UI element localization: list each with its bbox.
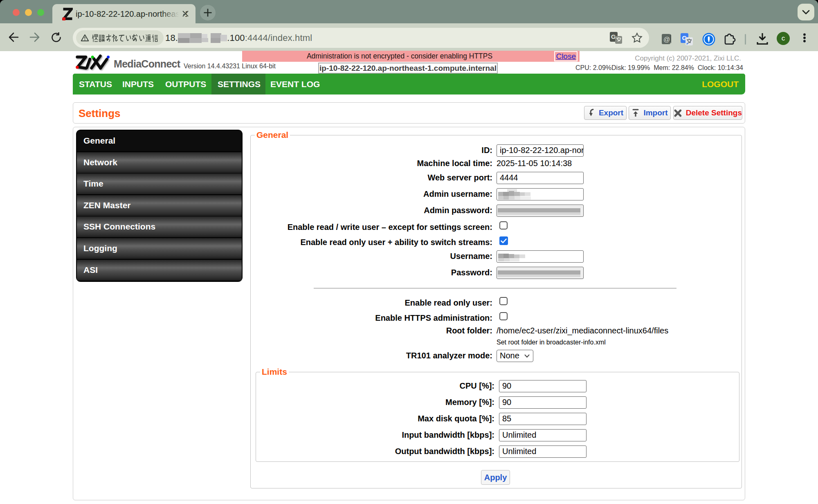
svg-text:@: @ xyxy=(663,36,670,43)
svg-text:G: G xyxy=(611,33,616,40)
